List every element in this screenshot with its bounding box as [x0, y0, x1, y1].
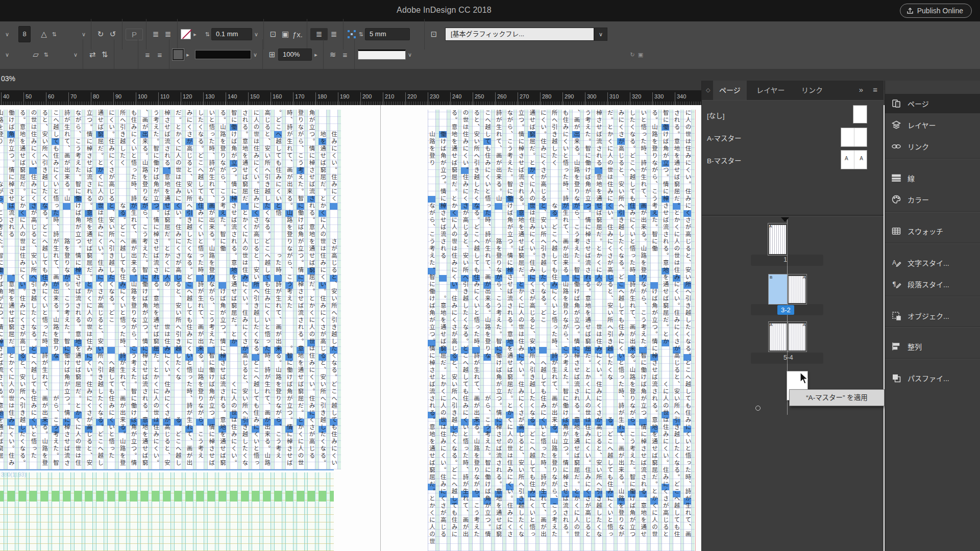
vertical-text-column: る。意地を通せば窮屈だ。とかくに人の世は住みにくい。住みにくさが高じると、安い所…	[19, 110, 26, 469]
chevron-down-icon[interactable]: ∨	[3, 31, 11, 38]
page-thumbnail[interactable]: A	[787, 321, 807, 352]
vertical-text-column: も住みにくいと悟った時、詩が生れて、画が出来る。山路を登りながら、こう考えた。智…	[562, 110, 569, 551]
dock-item-align[interactable]: 整列	[885, 337, 980, 356]
page-thumbnail[interactable]: A	[768, 223, 788, 256]
page-thumbnail[interactable]: B	[768, 274, 788, 305]
swatch-flyout-arrow-icon[interactable]: ▸	[191, 31, 199, 38]
dock-group-divider	[885, 327, 980, 328]
vertical-text-column: 角が立つ。情に棹させば流される。意地を通せば窮屈だ。とかくに人の世は住みにくい。…	[308, 110, 315, 469]
stroke-type-preview[interactable]	[195, 50, 251, 59]
vertical-align-top-icon[interactable]: ≣	[150, 30, 162, 39]
scale-percent-field[interactable]: 100%	[278, 48, 312, 61]
vertical-align-center-icon[interactable]: ≣	[162, 30, 174, 39]
panel-tab-layers[interactable]: レイヤー	[750, 81, 791, 100]
horizontal-align2-icon[interactable]: ≡	[154, 51, 166, 59]
vertical-text-column: こへ越しても住みにくいと悟った時、詩が生れて、画が出来る。山路を登りな がら、こ…	[484, 110, 491, 551]
dock-item-stroke[interactable]: 線	[885, 168, 980, 188]
constrain-link-icon[interactable]: 8	[18, 26, 31, 42]
ruler-number: 80	[93, 93, 99, 99]
page-thumbnail[interactable]: A	[768, 321, 788, 352]
stroke-weight-stepper-icon[interactable]: ⇅	[203, 31, 211, 38]
style-override-icon[interactable]: ↻	[628, 52, 636, 58]
swatch-flyout-arrow-icon[interactable]: ▸	[184, 52, 192, 58]
vertical-text-column: いと悟った時、詩が生れて、画が出来る。山路を登りながら、こう考えた。智に働けば角…	[640, 110, 647, 551]
panel-menu-icon[interactable]: ≡	[873, 85, 877, 94]
corner-options-icon[interactable]: ⊡	[267, 30, 279, 39]
text-wrap-on-icon[interactable]: ≣	[310, 28, 328, 40]
stroke-weight-field[interactable]: 0.1 mm	[211, 28, 252, 40]
spacing-stepper-icon[interactable]: ⇅	[357, 31, 365, 38]
object-styles-icon	[891, 311, 901, 321]
ruler-number: 90	[115, 93, 121, 99]
fill-none-swatch[interactable]	[181, 29, 191, 39]
vertical-text-column: 智に働けば角が立つ。情に棹させば流される。意地を通せば窮屈だ。とか くに人の世は…	[662, 110, 669, 551]
dock-label: 文字スタイ...	[908, 258, 949, 268]
publish-online-button[interactable]: Publish Online	[900, 4, 972, 18]
paragraph-tool-icon[interactable]: P	[126, 29, 143, 40]
clear-override-icon[interactable]: ▣	[636, 52, 645, 58]
text-wrap-off-icon[interactable]: ≣	[328, 30, 340, 39]
frame-fitting-icon[interactable]: ⊡	[428, 30, 440, 39]
effects-fx-icon[interactable]: ƒx.	[291, 30, 304, 39]
horizontal-align-icon[interactable]: ≡	[141, 51, 154, 59]
master-page-row[interactable]: B-マスターAA	[702, 149, 884, 170]
page-thumbnail[interactable]: A	[787, 274, 807, 305]
master-page-row[interactable]: A-マスター	[702, 127, 884, 148]
text-frame-bottom-line	[0, 469, 334, 470]
rotation-stepper-icon[interactable]: ⇅	[50, 31, 58, 38]
object-style-dropdown-arrow[interactable]: ∨	[594, 28, 607, 41]
dock-item-pathfinder[interactable]: パスファイ...	[885, 368, 980, 388]
align-options-icon[interactable]: ≡	[339, 51, 351, 59]
effect-preview[interactable]	[358, 49, 406, 60]
panel-tab-pages[interactable]: ページ	[713, 81, 747, 100]
ruler-number: 190	[340, 93, 349, 99]
spread-label[interactable]: 3-2	[777, 305, 794, 315]
rotate-cw-icon[interactable]: ↻	[94, 30, 107, 39]
vertical-text-column: だ。とかくに人の世は住みにくい。住みにくさが高じると、安い所へ引き越したくな る…	[606, 110, 614, 551]
chevron-down-icon[interactable]: ∨	[71, 52, 80, 58]
spacing-field[interactable]: 5 mm	[365, 28, 410, 40]
frame-icon[interactable]: ▣	[279, 30, 291, 39]
upload-icon	[906, 7, 914, 14]
chevron-down-icon[interactable]: ∨	[252, 31, 260, 38]
dock-item-color[interactable]: カラー	[885, 190, 980, 209]
panel-tab-links[interactable]: リンク	[795, 81, 829, 100]
dock-item-object-styles[interactable]: オブジェク...	[885, 306, 980, 325]
dock-item-links[interactable]: リンク	[885, 137, 980, 156]
ruler-number: 210	[385, 93, 394, 99]
zoom-level-indicator[interactable]: 03%	[1, 74, 15, 83]
chevron-down-icon[interactable]: ∨	[3, 52, 11, 58]
object-style-dropdown[interactable]: [基本グラフィックフレ...	[445, 28, 594, 41]
master-page-row[interactable]: [なし]	[702, 104, 884, 126]
dock-label: オブジェク...	[908, 311, 949, 321]
vertical-text-column: ると、安い所へ引き越したくなる。どこへ越しても住みにくいと悟った時、詩が生れて、…	[41, 110, 48, 469]
dock-item-swatches[interactable]: スウォッチ	[885, 221, 980, 241]
rotate-ccw-icon[interactable]: ↺	[107, 30, 119, 39]
ruler-number: 120	[183, 93, 192, 99]
vertical-text-column: 所へ引き越したく なる。どこへ越しても住みにくいと悟った時、詩が生れて、画が出来…	[551, 110, 558, 551]
grid-icon[interactable]: ⊞	[266, 50, 278, 59]
panel-cycle-icon[interactable]: ◇	[706, 87, 710, 93]
dock-item-character-styles[interactable]: A文字スタイ...	[885, 253, 980, 272]
dock-item-paragraph-styles[interactable]: ¶段落スタイ...	[885, 274, 980, 294]
flip-vertical-icon[interactable]: ⇅	[99, 50, 111, 59]
chevron-down-icon[interactable]: ∨	[80, 31, 88, 38]
spread-label[interactable]: 1	[783, 256, 787, 263]
vertical-text-column: 山路を登り ながら、こう考えた。智に働けば角が立つ。情に棹させば流される。意地を…	[428, 131, 435, 551]
dock-item-pages[interactable]: ページ	[885, 94, 980, 113]
dock-item-layers[interactable]: レイヤー	[885, 115, 980, 135]
stroke-swatch[interactable]	[173, 49, 184, 60]
skew-stepper-icon[interactable]: ⇅	[42, 52, 50, 58]
arrow-right-icon[interactable]: ▸	[312, 52, 320, 58]
panel-overflow-icon[interactable]: »	[859, 85, 863, 94]
chevron-down-icon[interactable]: ∨	[251, 52, 259, 58]
vertical-text-column: 立つ。情に棹させば流される。意地を通せば窮屈だ。とかくに人の世は住みにくい。住み…	[517, 110, 524, 551]
ruler-number: 270	[520, 93, 529, 99]
dock-label: レイヤー	[908, 120, 936, 130]
align-icon	[891, 341, 901, 352]
chevron-down-icon[interactable]: ∨	[406, 52, 414, 58]
wrap-options-icon[interactable]: ≋	[327, 50, 339, 59]
reference-point-icon[interactable]	[348, 30, 356, 38]
spread-label[interactable]: 5-4	[783, 354, 793, 361]
flip-horizontal-icon[interactable]: ⇄	[86, 50, 99, 59]
